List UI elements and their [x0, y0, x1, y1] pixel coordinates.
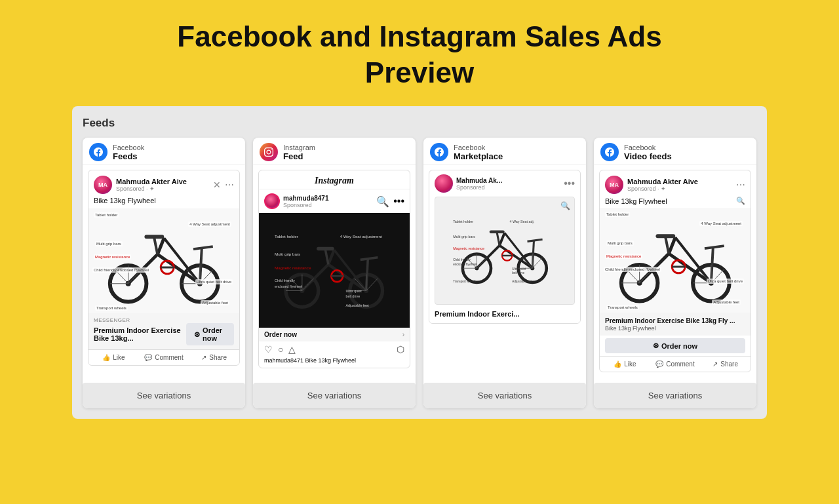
facebook-feeds-card: Facebook Feeds MA Mahmuda Akter Aive Spo: [83, 138, 245, 408]
vf-bike-label-adj: Adjustable feet: [712, 300, 741, 305]
platform-name-marketplace: Facebook: [454, 144, 503, 151]
mp-ad-user: Mahmuda Ak... Sponsored: [435, 174, 502, 193]
like-icon: 👍: [102, 354, 110, 361]
instagram-platform-icon: [260, 143, 278, 161]
comment-button-vf[interactable]: 💬 Comment: [650, 359, 701, 369]
like-button-vf[interactable]: 👍 Like: [600, 359, 650, 369]
bike-label-transport: Transport wheels: [95, 305, 128, 311]
svg-text:Tablet holder: Tablet holder: [453, 220, 473, 223]
bike-label-magnetic: Magnetic resistance: [94, 254, 131, 260]
share-icon-vf: ↗: [712, 360, 718, 368]
mp-ad-name: Mahmuda Ak...: [456, 177, 502, 184]
bookmark-icon[interactable]: ⬡: [397, 344, 404, 355]
mp-avatar: [435, 174, 453, 193]
ig-actions[interactable]: ♡ ○ △ ⬡: [259, 341, 410, 357]
mp-ad-title: Premium Indoor Exerci...: [435, 310, 575, 318]
svg-text:Ultra quiet: Ultra quiet: [346, 289, 362, 293]
svg-text:belt drive: belt drive: [513, 272, 525, 275]
ig-action-left[interactable]: ♡ ○ △: [264, 344, 296, 355]
bike-label-multigrip: Multi grip bars: [95, 241, 123, 246]
svg-text:Child friendly: Child friendly: [453, 258, 471, 262]
search-icon-vf[interactable]: 🔍: [736, 197, 745, 205]
see-variations-button-video-feeds[interactable]: See variations: [594, 383, 756, 408]
vf-bike-label-4way: 4 Way Seat adjustment: [699, 221, 743, 226]
heart-icon[interactable]: ♡: [264, 344, 273, 355]
svg-text:enclosed flywheel: enclosed flywheel: [275, 284, 302, 288]
more-options-icon-vf[interactable]: ⋯: [736, 180, 745, 190]
comment-button[interactable]: 💬 Comment: [139, 353, 189, 362]
svg-text:Multi grip bars: Multi grip bars: [453, 235, 475, 239]
fb-reactions[interactable]: 👍 Like 💬 Comment ↗ Share: [88, 349, 239, 365]
comment-icon-ig[interactable]: ○: [278, 344, 283, 355]
vf-bike-label-tablet: Tablet holder: [605, 212, 630, 217]
fb-avatar-inner: MA: [94, 176, 112, 194]
send-icon-ig[interactable]: △: [288, 344, 296, 355]
see-variations-button-marketplace[interactable]: See variations: [423, 383, 586, 408]
vf-ad-user: MA Mahmuda Akter Aive Sponsored · ✦: [605, 176, 698, 194]
ad-preview-fb-feeds: MA Mahmuda Akter Aive Sponsored · ✦ ✕ ⋯: [83, 165, 245, 378]
cards-row: Facebook Feeds MA Mahmuda Akter Aive Spo: [83, 138, 756, 408]
close-icon[interactable]: ✕: [213, 180, 221, 190]
like-button[interactable]: 👍 Like: [88, 353, 139, 362]
ig-order-now-button[interactable]: Order now: [264, 331, 297, 338]
comment-icon-vf: 💬: [655, 360, 663, 368]
bike-label-tablet: Tablet holder: [94, 212, 119, 218]
fb-ad-user: MA Mahmuda Akter Aive Sponsored · ✦: [94, 176, 187, 194]
search-icon-ig[interactable]: 🔍: [376, 195, 389, 208]
order-now-button-vf[interactable]: ⊛ Order now: [605, 338, 745, 353]
fb-ad-actions[interactable]: ✕ ⋯: [213, 180, 234, 190]
more-options-icon[interactable]: ⋯: [225, 180, 234, 190]
vf-order-row[interactable]: ⊛ Order now: [600, 336, 751, 356]
see-variations-button-fb-feeds[interactable]: See variations: [83, 383, 245, 408]
svg-text:Ultra quiet: Ultra quiet: [513, 267, 527, 271]
vf-ad-actions[interactable]: ⋯: [736, 180, 745, 190]
card-header-video-feeds: Facebook Video feeds: [594, 138, 756, 165]
facebook-marketplace-card: Facebook Marketplace Mahmuda Ak... Spons…: [423, 138, 586, 408]
order-now-button-fb[interactable]: ⊛ Order now: [186, 323, 234, 345]
ad-preview-video-feeds: MA Mahmuda Akter Aive Sponsored · ✦ ⋯: [594, 165, 756, 378]
card-header-marketplace: Facebook Marketplace: [423, 138, 586, 165]
ig-chevron-icon: ›: [402, 331, 404, 338]
more-options-icon-mp[interactable]: •••: [564, 178, 575, 189]
ig-sponsored: Sponsored: [283, 202, 328, 208]
ig-cta-row[interactable]: Order now ›: [259, 328, 410, 341]
fb-ad-title: Bike 13kg Flywheel: [88, 197, 239, 208]
platform-info-instagram: Instagram Feed: [283, 144, 315, 161]
svg-text:enclosed flywheel: enclosed flywheel: [453, 263, 477, 267]
platform-name-fb-feeds: Facebook: [113, 144, 144, 151]
feeds-label: Feeds: [83, 117, 756, 130]
vf-avatar: MA: [605, 176, 623, 194]
vf-reactions[interactable]: 👍 Like 💬 Comment ↗ Share: [600, 356, 751, 372]
instagram-feed-card: Instagram Feed Instagram mahmuda8471: [253, 138, 416, 408]
see-variations-button-instagram[interactable]: See variations: [253, 383, 416, 408]
card-header-instagram: Instagram Feed: [253, 138, 416, 165]
vf-user-info: Mahmuda Akter Aive Sponsored · ✦: [627, 178, 698, 192]
vf-bike-label-multigrip: Multi grip bars: [606, 241, 634, 246]
ad-cta-row-fb-feeds: MESSENGER Premium Indoor Exercise Bike 1…: [88, 313, 239, 349]
vf-ad-inner: MA Mahmuda Akter Aive Sponsored · ✦ ⋯: [599, 170, 751, 372]
search-icon-mp[interactable]: 🔍: [560, 201, 570, 210]
platform-type-fb-feeds: Feeds: [113, 151, 144, 161]
ig-ad-name: mahmuda8471: [283, 195, 328, 202]
mp-cta-row: Premium Indoor Exerci...: [429, 305, 580, 323]
fb-user-info: Mahmuda Akter Aive Sponsored · ✦: [116, 178, 187, 192]
platform-name-video-feeds: Facebook: [624, 144, 672, 151]
ig-header-bar: Instagram: [259, 170, 410, 189]
main-container: Feeds Facebook Feeds MA: [72, 106, 767, 419]
ig-avatar: [264, 193, 280, 209]
messenger-icon: ⊛: [194, 330, 200, 339]
vf-bike-label-ultra: Ultra quiet belt drive: [707, 279, 744, 284]
svg-text:Child friendly: Child friendly: [275, 279, 295, 282]
vf-bike-label-magnetic: Magnetic resistance: [605, 254, 642, 259]
vf-cta-sub: Bike 13kg Flywheel: [605, 325, 745, 332]
more-options-icon-ig[interactable]: •••: [393, 195, 404, 207]
svg-text:Magnetic resistance: Magnetic resistance: [453, 246, 484, 250]
mp-ad-inner: Mahmuda Ak... Sponsored ••• 🔍 Tablet hol…: [429, 170, 581, 324]
vf-ad-sponsored: Sponsored · ✦: [627, 185, 698, 192]
like-icon-vf: 👍: [614, 360, 621, 368]
ig-top-actions[interactable]: 🔍 •••: [376, 195, 404, 208]
share-button-vf[interactable]: ↗ Share: [700, 359, 751, 369]
share-button[interactable]: ↗ Share: [189, 353, 239, 362]
vf-cta-row: Premium Indoor Exercise Bike 13kg Fly ..…: [600, 313, 751, 336]
marketplace-platform-icon: [430, 143, 448, 161]
